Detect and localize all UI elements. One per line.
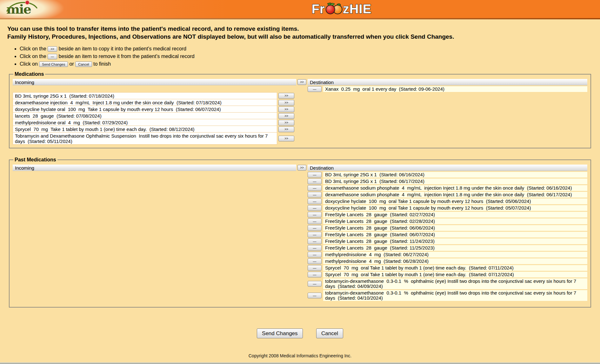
destination-medication-row: — doxycycline hyclate 100 mg oral Take 1…: [308, 198, 587, 204]
remove-item-button[interactable]: —: [308, 205, 322, 211]
instruction-text: or: [70, 61, 74, 67]
copy-item-button[interactable]: >>: [278, 113, 294, 119]
intro-line-1: You can use this tool to transfer items …: [7, 25, 592, 33]
destination-medication-row: — doxycycline hyclate 100 mg oral Take 1…: [308, 205, 587, 211]
incoming-medication-row: dexamethasone injection 4 mg/mL Inject 1…: [13, 99, 296, 106]
incoming-list-spacer: [13, 85, 296, 92]
instruction-text: Click on the: [20, 46, 46, 51]
remove-item-button[interactable]: —: [308, 293, 322, 298]
instruction-finish: Click on Send Changes or Cancel to finis…: [20, 61, 600, 68]
past-medications-legend: Past Medications: [13, 157, 57, 163]
remove-item-button[interactable]: —: [308, 218, 322, 224]
bottom-bar: [0, 362, 600, 364]
remove-item-button[interactable]: —: [308, 179, 322, 184]
destination-medication-row: — BD 3mL syringe 25G x 1 (Started: 06/17…: [308, 179, 587, 184]
incoming-medication-row: methylprednisolone oral 4 mg (Started: 0…: [13, 119, 296, 126]
destination-medication-row: — Sprycel 70 mg oral Take 1 tablet by mo…: [308, 265, 587, 271]
incoming-column-header: Incoming: [13, 79, 296, 85]
medications-column-headers: Incoming >> Destination: [13, 79, 587, 85]
incoming-medication-row: Sprycel 70 mg Take 1 tablet by mouth 1 (…: [13, 126, 296, 133]
remove-item-button[interactable]: —: [308, 265, 322, 271]
remove-item-button[interactable]: —: [308, 258, 322, 264]
copy-all-button[interactable]: >>: [297, 79, 306, 85]
instruction-text: Click on: [20, 61, 38, 67]
copy-item-button[interactable]: >>: [278, 107, 294, 112]
instruction-remove: Click on the — beside an item to remove …: [20, 53, 600, 60]
remove-item-button[interactable]: —: [308, 212, 322, 218]
copy-item-button[interactable]: >>: [278, 120, 294, 126]
medications-legend: Medications: [13, 71, 45, 77]
destination-medication-text: doxycycline hyclate 100 mg oral Take 1 c…: [323, 198, 587, 204]
past-medications-column-headers: Incoming >> Destination: [13, 165, 587, 171]
remove-item-button[interactable]: —: [308, 192, 322, 198]
instruction-text: to finish: [93, 61, 111, 67]
destination-medication-row: — dexamethasone sodium phosphate 4 mg/mL…: [308, 185, 587, 191]
remove-item-button[interactable]: —: [308, 86, 322, 92]
remove-item-button[interactable]: —: [308, 172, 322, 178]
instruction-text: beside an item to remove it from the pat…: [59, 54, 195, 59]
remove-item-button[interactable]: —: [308, 281, 322, 287]
copy-all-button[interactable]: >>: [297, 165, 306, 171]
instruction-text: Click on the: [20, 54, 46, 59]
destination-medication-row: — BD 3mL syringe 25G x 1 (Started: 06/16…: [308, 172, 587, 178]
remove-item-button[interactable]: —: [308, 232, 322, 237]
destination-medication-row: — FreeStyle Lancets 28 gauge (Started: 0…: [308, 218, 587, 224]
incoming-medication-text: Sprycel 70 mg Take 1 tablet by mouth 1 (…: [13, 126, 277, 133]
destination-medication-row: — tobramycin-dexamethasone 0.3-0.1 % oph…: [308, 290, 587, 301]
remove-item-button[interactable]: —: [308, 252, 322, 257]
destination-medication-text: tobramycin-dexamethasone 0.3-0.1 % ophth…: [323, 290, 587, 301]
incoming-medication-text: dexamethasone injection 4 mg/mL Inject 1…: [13, 99, 277, 106]
incoming-medication-text: methylprednisolone oral 4 mg (Started: 0…: [13, 119, 277, 126]
remove-item-button[interactable]: —: [308, 225, 322, 231]
instruction-copy: Click on the >> beside an item to copy i…: [20, 45, 600, 52]
destination-medication-text: methylprednisolone 4 mg (Started: 06/27/…: [323, 252, 587, 257]
intro-line-2: Family History, Procedures, Injections, …: [7, 33, 592, 41]
header-divider: [0, 18, 600, 19]
destination-medication-row: — FreeStyle Lancets 28 gauge (Started: 0…: [308, 232, 587, 237]
remove-item-button[interactable]: —: [308, 238, 322, 244]
medications-section: Medications Incoming >> Destination BD 3…: [9, 71, 591, 148]
destination-column-header: Destination: [308, 79, 587, 85]
mie-orbit-icon: [4, 0, 39, 18]
destination-medication-text: FreeStyle Lancets 28 gauge (Started: 02/…: [323, 218, 587, 224]
apple-icon: [326, 5, 335, 14]
destination-medication-row: — tobramycin-dexamethasone 0.3-0.1 % oph…: [308, 278, 587, 289]
remove-item-button[interactable]: —: [308, 245, 322, 251]
destination-medication-text: Sprycel 70 mg oral Take 1 tablet by mout…: [323, 265, 587, 271]
transfer-tool-page: mie FrzHIE You can use this tool to tran…: [0, 0, 600, 364]
copyright-text: Copyright 2008 Medical Informatics Engin…: [0, 353, 600, 358]
destination-medication-text: FreeStyle Lancets 28 gauge (Started: 02/…: [323, 212, 587, 218]
copy-item-button[interactable]: >>: [278, 93, 294, 99]
form-actions: Send Changes Cancel: [0, 328, 600, 338]
remove-item-button[interactable]: —: [308, 198, 322, 204]
destination-medication-text: methylprednisolone 4 mg (Started: 06/28/…: [323, 258, 587, 264]
incoming-column-header: Incoming: [13, 165, 296, 171]
incoming-medication-row: lancets 28 gauge (Started: 07/08/2024) >…: [13, 113, 296, 119]
incoming-medications-list: BD 3mL syringe 25G x 1 (Started: 07/18/2…: [13, 92, 296, 145]
intro-text: You can use this tool to transfer items …: [7, 25, 592, 41]
destination-medication-text: BD 3mL syringe 25G x 1 (Started: 06/16/2…: [323, 172, 587, 178]
froozhie-logo-suffix: zHIE: [343, 2, 372, 16]
incoming-medication-text: Tobramycin and Dexamethasone Ophthalmic …: [13, 133, 277, 145]
destination-medication-text: dexamethasone sodium phosphate 4 mg/mL i…: [323, 192, 587, 198]
incoming-medication-text: BD 3mL syringe 25G x 1 (Started: 07/18/2…: [13, 92, 277, 99]
destination-medication-text: Sprycel 70 mg oral Take 1 tablet by mout…: [323, 272, 587, 277]
incoming-medication-row: BD 3mL syringe 25G x 1 (Started: 07/18/2…: [13, 92, 296, 99]
destination-past-medications-list: — BD 3mL syringe 25G x 1 (Started: 06/16…: [308, 172, 587, 302]
destination-medication-row: — methylprednisolone 4 mg (Started: 06/2…: [308, 258, 587, 264]
froozhie-logo-prefix: Fr: [312, 2, 325, 16]
remove-item-button[interactable]: —: [308, 272, 322, 277]
destination-medication-row: — Xanax 0.25 mg oral 1 every day (Starte…: [308, 86, 587, 92]
copy-item-button[interactable]: >>: [278, 136, 294, 141]
destination-medication-row: — FreeStyle Lancets 28 gauge (Started: 1…: [308, 245, 587, 251]
incoming-medication-text: lancets 28 gauge (Started: 07/08/2024): [13, 113, 277, 119]
copy-button-example: >>: [48, 46, 57, 52]
send-changes-button-example: Send Changes: [39, 62, 68, 67]
remove-item-button[interactable]: —: [308, 185, 322, 191]
copy-item-button[interactable]: >>: [278, 100, 294, 106]
cancel-button[interactable]: Cancel: [316, 328, 343, 338]
copy-item-button[interactable]: >>: [278, 127, 294, 132]
destination-medication-text: FreeStyle Lancets 28 gauge (Started: 11/…: [323, 238, 587, 244]
remove-button-example: —: [48, 54, 57, 59]
send-changes-button[interactable]: Send Changes: [257, 328, 303, 338]
